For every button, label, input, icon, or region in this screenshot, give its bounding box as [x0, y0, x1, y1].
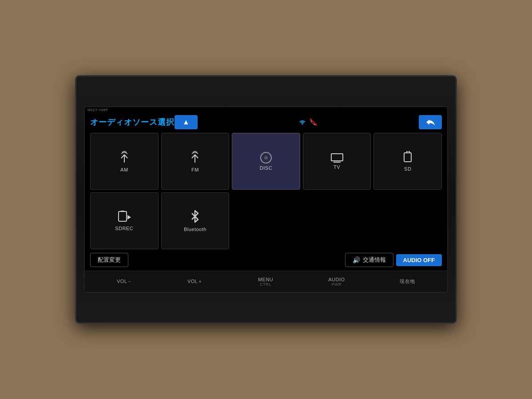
disc-icon — [260, 152, 272, 164]
tv-button[interactable]: TV — [303, 133, 371, 190]
back-button[interactable] — [419, 115, 442, 129]
fm-icon — [188, 150, 202, 165]
audio-button[interactable]: AUDIO PWR — [328, 277, 345, 287]
bluetooth-icon — [190, 210, 200, 225]
traffic-icon: 🔊 — [353, 256, 360, 263]
menu-sub-label: CTRL — [260, 282, 271, 287]
svg-rect-8 — [404, 153, 411, 162]
current-location-button[interactable]: 現在地 — [400, 278, 415, 285]
audio-off-button[interactable]: AUDIO OFF — [396, 254, 442, 266]
model-label: NSZT-Y66T — [87, 108, 108, 112]
bluetooth-label: Bluetooth — [184, 227, 206, 232]
am-label: AM — [120, 167, 128, 172]
audio-main-label: AUDIO — [328, 277, 345, 282]
svg-marker-11 — [127, 215, 131, 219]
eject-button[interactable]: ▲ — [175, 115, 198, 129]
wifi-icon — [298, 119, 307, 126]
physical-button-row: VOL－ VOL＋ MENU CTRL AUDIO PWR 現在地 — [85, 271, 447, 292]
source-grid: AM FM — [88, 133, 444, 249]
back-icon — [425, 119, 435, 126]
bluetooth-button[interactable]: Bluetooth — [161, 192, 230, 249]
vol-plus-label: VOL＋ — [187, 278, 203, 285]
fm-button[interactable]: FM — [161, 133, 230, 190]
vol-minus-label: VOL－ — [117, 278, 132, 285]
arrange-button[interactable]: 配置変更 — [90, 253, 128, 267]
svg-rect-10 — [119, 211, 127, 221]
svg-line-7 — [195, 155, 198, 158]
eject-icon: ▲ — [183, 118, 190, 126]
tv-label: TV — [333, 164, 340, 170]
menu-button[interactable]: MENU CTRL — [258, 277, 273, 287]
sd-icon — [403, 151, 412, 164]
am-icon — [118, 150, 131, 165]
tv-icon — [331, 153, 343, 163]
vol-plus-button[interactable]: VOL＋ — [187, 278, 203, 285]
header-row: オーディオソース選択 ▲ — [88, 115, 444, 129]
vol-minus-button[interactable]: VOL－ — [117, 278, 132, 285]
sdrec-button[interactable]: SDREC — [90, 192, 159, 249]
disc-button[interactable]: DISC — [232, 133, 300, 190]
svg-line-3 — [121, 155, 124, 158]
bottom-row: 配置変更 🔊 交通情報 AUDIO OFF — [88, 253, 444, 267]
sdrec-label: SDREC — [115, 226, 133, 231]
am-button[interactable]: AM — [90, 133, 159, 190]
current-location-label: 現在地 — [400, 278, 415, 285]
sd-label: SD — [404, 166, 411, 172]
phone-crossed-icon — [308, 117, 319, 128]
disc-label: DISC — [260, 165, 272, 171]
status-icons — [198, 117, 419, 128]
sdrec-icon — [118, 211, 131, 224]
svg-point-0 — [302, 124, 303, 125]
sd-button[interactable]: SD — [373, 133, 442, 190]
page-title: オーディオソース選択 — [90, 117, 175, 128]
traffic-button[interactable]: 🔊 交通情報 — [345, 253, 393, 267]
traffic-label: 交通情報 — [363, 256, 386, 264]
car-navigation-unit: NSZT-Y66T オーディオソース選択 ▲ — [75, 75, 457, 324]
svg-line-4 — [124, 155, 127, 158]
audio-sub-label: PWR — [332, 282, 342, 287]
svg-line-6 — [192, 155, 195, 158]
screen-bezel: NSZT-Y66T オーディオソース選択 ▲ — [84, 106, 448, 293]
fm-label: FM — [191, 167, 199, 172]
main-screen: NSZT-Y66T オーディオソース選択 ▲ — [85, 107, 447, 271]
menu-main-label: MENU — [258, 277, 273, 282]
